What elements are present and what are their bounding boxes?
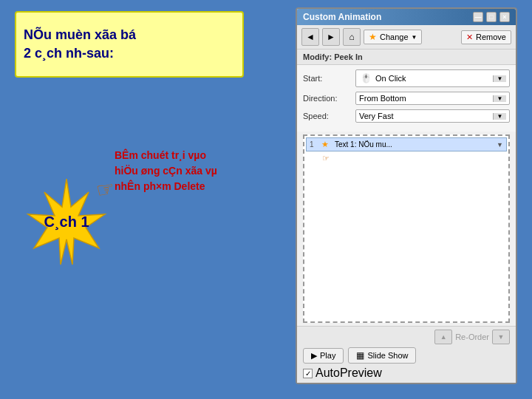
- top-text-line2: 2 c¸ch nh-sau:: [24, 46, 114, 61]
- modify-header: Modify: Peek In: [297, 50, 516, 65]
- start-select-value: On Click: [375, 74, 493, 83]
- custom-animation-panel: Custom Animation — □ × ◄ ► ⌂ ★ Change ▼ …: [296, 7, 517, 384]
- remove-button[interactable]: ✕ Remove: [461, 30, 511, 44]
- direction-row: Direction: From Bottom ▼: [303, 92, 510, 105]
- forward-button[interactable]: ►: [322, 28, 340, 46]
- remove-x-icon: ✕: [466, 33, 473, 42]
- form-section: Start: 🖱️ On Click ▼ Direction: From Bot…: [297, 65, 516, 132]
- play-label: Play: [320, 351, 335, 360]
- anim-item-dropdown-arrow[interactable]: ▼: [497, 141, 503, 149]
- home-button[interactable]: ⌂: [343, 28, 361, 46]
- modify-text: Modify: Peek In: [303, 52, 363, 61]
- top-box-text: NÕu muèn xãa bá 2 c¸ch nh-sau:: [24, 26, 136, 63]
- start-select-arrow[interactable]: ▼: [493, 75, 506, 82]
- anim-item-number: 1: [310, 140, 321, 149]
- subitem-icon: ☞: [322, 154, 330, 163]
- minimize-button[interactable]: —: [473, 12, 483, 22]
- speed-label: Speed:: [303, 112, 351, 120]
- start-row: Start: 🖱️ On Click ▼: [303, 69, 510, 87]
- change-dropdown-icon: ▼: [412, 34, 417, 41]
- mouse-cursor-icon: ☞: [94, 176, 116, 203]
- action-row: ▶ Play ▦ Slide Show: [303, 347, 510, 364]
- slideshow-label: Slide Show: [367, 351, 408, 360]
- start-select[interactable]: 🖱️ On Click ▼: [355, 69, 510, 87]
- slide-background: NÕu muèn xãa bá 2 c¸ch nh-sau: C¸ch 1 ☞ …: [0, 0, 532, 399]
- speed-row: Speed: Very Fast ▼: [303, 109, 510, 123]
- instruction-box: BÊm chuét tr¸i vµo hiÖu øng cÇn xãa vµ n…: [115, 148, 244, 194]
- slideshow-icon: ▦: [356, 350, 364, 361]
- direction-select-value: From Bottom: [359, 94, 493, 103]
- animation-list: 1 ★ Text 1: NÕu mu... ▼ ☞: [303, 134, 510, 323]
- play-button[interactable]: ▶ Play: [303, 348, 344, 364]
- autopreview-checkbox[interactable]: ✓: [303, 369, 313, 378]
- play-icon: ▶: [311, 351, 317, 361]
- reorder-label: Re-Order: [455, 332, 489, 341]
- star-icon: ★: [369, 32, 377, 42]
- restore-button[interactable]: □: [486, 12, 497, 22]
- reorder-up-button[interactable]: ▲: [434, 330, 452, 344]
- autopreview-label: AutoPreview: [316, 366, 382, 380]
- instruction-line2: hiÖu øng cÇn xãa vµ: [115, 165, 217, 177]
- panel-titlebar: Custom Animation — □ ×: [297, 9, 516, 25]
- remove-label: Remove: [476, 33, 506, 41]
- close-button[interactable]: ×: [499, 12, 510, 22]
- direction-label: Direction:: [303, 94, 351, 103]
- anim-list-item[interactable]: 1 ★ Text 1: NÕu mu... ▼: [306, 137, 507, 151]
- direction-select[interactable]: From Bottom ▼: [355, 92, 510, 105]
- speed-select-arrow[interactable]: ▼: [493, 113, 506, 120]
- top-text-line1: NÕu muèn xãa bá: [24, 27, 136, 42]
- start-select-icon: 🖱️: [359, 72, 372, 85]
- change-label: Change: [380, 33, 409, 41]
- titlebar-controls: — □ ×: [473, 12, 510, 22]
- start-label: Start:: [303, 74, 351, 83]
- starburst-label: C¸ch 1: [44, 214, 89, 231]
- panel-toolbar: ◄ ► ⌂ ★ Change ▼ ✕ Remove: [297, 25, 516, 50]
- speed-select-value: Very Fast: [359, 112, 493, 120]
- change-button[interactable]: ★ Change ▼: [364, 30, 422, 44]
- panel-title: Custom Animation: [303, 12, 381, 22]
- reorder-row: ▲ Re-Order ▼: [303, 330, 510, 344]
- instruction-line3: nhÊn ph×m Delete: [115, 180, 205, 192]
- back-button[interactable]: ◄: [301, 28, 319, 46]
- direction-select-arrow[interactable]: ▼: [493, 95, 506, 102]
- top-info-box: NÕu muèn xãa bá 2 c¸ch nh-sau:: [15, 11, 244, 78]
- anim-item-star-icon: ★: [321, 140, 333, 149]
- speed-select[interactable]: Very Fast ▼: [355, 109, 510, 123]
- autopreview-row: ✓ AutoPreview: [303, 366, 510, 380]
- anim-item-text: Text 1: NÕu mu...: [335, 140, 497, 149]
- instruction-line1: BÊm chuét tr¸i vµo: [115, 149, 206, 161]
- slideshow-button[interactable]: ▦ Slide Show: [348, 347, 416, 364]
- reorder-down-button[interactable]: ▼: [492, 330, 510, 344]
- anim-list-subitem: ☞: [319, 153, 507, 164]
- panel-bottom: ▲ Re-Order ▼ ▶ Play ▦ Slide Show ✓ AutoP…: [297, 326, 516, 383]
